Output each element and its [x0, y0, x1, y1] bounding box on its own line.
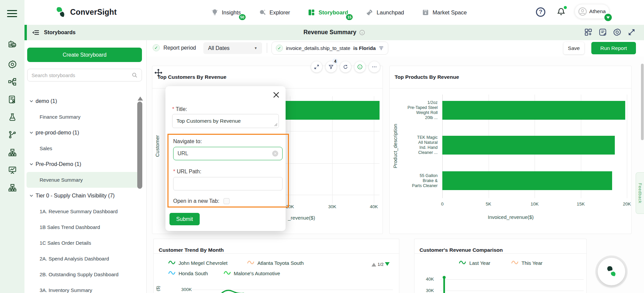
tab-launchpad[interactable]: Launchpad [365, 8, 404, 16]
customers-xlabel: _revenue($) [288, 215, 315, 221]
org-icon[interactable] [8, 183, 17, 192]
tree-item-1a-revenue-summary-dashboard[interactable]: 1A. Revenue Summary Dashboard [24, 203, 141, 219]
sidebar-scrollbar[interactable] [137, 102, 142, 189]
feedback-tab[interactable]: Feedback [636, 172, 644, 214]
run-report-button[interactable]: Run Report [591, 42, 636, 54]
legend-item-last-year[interactable]: Last Year [459, 260, 490, 266]
tree-item-sales[interactable]: Sales [24, 140, 141, 156]
reset-widget-icon[interactable] [340, 61, 351, 72]
tab-storyboard[interactable]: Storyboard15 [307, 8, 348, 16]
funnel-icon[interactable] [379, 46, 384, 51]
tree-item-revenue-summary[interactable]: Revenue Summary [27, 172, 139, 188]
report-icon[interactable] [8, 95, 17, 104]
textarea-resize-grip[interactable] [274, 122, 278, 126]
conversight-logo[interactable]: ConverSight [54, 6, 117, 18]
expand-widget-icon[interactable] [311, 61, 322, 72]
search-input[interactable] [32, 72, 129, 78]
tab-label: Market Space [433, 9, 467, 16]
legend-page-up-icon[interactable] [371, 260, 376, 267]
check-icon[interactable]: ✓ [153, 44, 160, 51]
tree-label: 2B. Outstanding Supply Dashboard [40, 272, 118, 277]
branch-icon[interactable] [8, 130, 17, 139]
tree-item-1b-sales-trend-dashboard[interactable]: 1B Sales Trend Dashboard [24, 219, 141, 235]
tree-group-tier-0-supply-chain-visibility-7-[interactable]: Tier 0 - Supply Chain Visibility (7) [24, 188, 141, 203]
widget-move-handle-icon[interactable] [154, 68, 163, 77]
help-icon[interactable]: ? [536, 7, 545, 17]
add-widget-icon[interactable] [584, 28, 593, 37]
widget-title: Top Customers By Revenue [157, 74, 227, 80]
legend-item-this-year[interactable]: This Year [511, 260, 543, 266]
widget-top-products-by-revenue: Top Products By Revenue Product_descript… [389, 66, 632, 234]
title-input[interactable] [172, 114, 279, 128]
ship-to-state-filter-chip[interactable]: ✓ invoice_details.ship_to_state is Flori… [271, 42, 388, 55]
page-scrollbar[interactable] [641, 64, 644, 140]
tree-group-demo-1-[interactable]: demo (1) [24, 93, 141, 109]
settings-gear-icon[interactable] [613, 28, 622, 37]
check-icon[interactable]: ✓ [276, 45, 283, 52]
presentation-icon[interactable] [8, 165, 17, 175]
tab-badge: 50 [238, 13, 246, 21]
report-period-select[interactable]: All Dates ▼ [203, 42, 262, 54]
persona-icon[interactable] [8, 40, 17, 49]
submit-button[interactable]: Submit [169, 213, 200, 225]
url-path-input[interactable] [173, 177, 283, 190]
hierarchy-icon[interactable] [8, 148, 17, 157]
chevron-down-icon[interactable] [29, 162, 34, 166]
tree-item-2b-outstanding-supply-dashboard[interactable]: 2B. Outstanding Supply Dashboard [24, 267, 141, 282]
brand-name: ConverSight [70, 8, 117, 17]
hamburger-menu-icon[interactable] [7, 8, 17, 19]
tab-insights[interactable]: Insights50 [211, 8, 241, 16]
trend-ytick: 300K [181, 287, 192, 292]
lab-icon[interactable] [8, 113, 17, 122]
athena-chat-bubble[interactable] [598, 258, 625, 285]
top-navbar: ConverSight Insights50ExplorerStoryboard… [24, 0, 644, 25]
launchpad-icon [365, 8, 374, 16]
chevron-down-icon[interactable] [29, 193, 34, 198]
trend-ylabel: ($) [155, 286, 160, 291]
info-widget-icon[interactable] [354, 61, 365, 72]
clear-selection-icon[interactable]: ✕ [272, 151, 278, 157]
legend-item-malone-s-automotive[interactable]: Malone's Automotive [224, 270, 280, 276]
legend-item-john-megel-chevrolet[interactable]: John Megel Chevrolet [168, 260, 228, 266]
notes-icon[interactable] [598, 28, 607, 37]
line-series-icon [247, 260, 254, 266]
legend-item-honda-south[interactable]: Honda South [168, 270, 208, 276]
tab-market-space[interactable]: Market Space [422, 8, 467, 16]
chevron-down-icon[interactable] [29, 99, 34, 103]
chevron-down-icon[interactable] [29, 130, 34, 135]
legend-item-atlanta-toyota-south[interactable]: Atlanta Toyota South [247, 260, 304, 266]
products-plot: 05K10K15K20K [442, 96, 627, 197]
open-new-tab-checkbox[interactable] [224, 198, 230, 204]
more-widget-icon[interactable] [369, 61, 380, 72]
tab-explorer[interactable]: Explorer [258, 8, 290, 16]
tree-item-2a-spend-analysis-dashboard[interactable]: 2A. Spend Analysis Dashboard [24, 251, 141, 267]
navigate-to-select[interactable]: URL ✕ [173, 147, 283, 160]
line-series-icon [168, 260, 176, 266]
products-bar[interactable] [442, 101, 625, 120]
tree-item-3a-inventory-summary[interactable]: 3A. Inventory Summary [24, 282, 141, 293]
title-info-icon[interactable] [359, 30, 365, 36]
products-category-label: 1/2oz Pre-Taped Steel Weight Roll 20lb .… [392, 100, 438, 120]
tree-group-pre-prod-demo-1-[interactable]: pre-prod-demo (1) [24, 125, 141, 140]
sidebar-scroll-up-icon[interactable] [138, 94, 143, 101]
search-icon[interactable] [132, 72, 138, 78]
settings-icon[interactable] [8, 60, 17, 69]
close-icon[interactable] [272, 91, 280, 99]
notifications-bell-icon[interactable] [557, 7, 566, 17]
products-xtick: 0 [441, 201, 444, 207]
legend-label: Malone's Automotive [234, 271, 280, 276]
products-bar[interactable] [442, 171, 612, 190]
fullscreen-icon[interactable] [627, 28, 636, 37]
filter-widget-icon[interactable]: 4 [326, 61, 337, 72]
url-path-label: URL Path: [173, 169, 201, 175]
tree-label: Pre-Prod-Demo (1) [36, 161, 81, 167]
create-storyboard-button[interactable]: Create Storyboard [27, 48, 142, 62]
products-bar[interactable] [442, 136, 615, 155]
user-menu[interactable]: Athena [575, 4, 609, 19]
tree-group-pre-prod-demo-1-[interactable]: Pre-Prod-Demo (1) [24, 156, 141, 172]
flow-icon[interactable] [8, 77, 17, 86]
tree-item-1c-sales-order-details[interactable]: 1C Sales Order Details [24, 235, 141, 251]
tree-item-finance-summary[interactable]: Finance Summary [24, 109, 141, 125]
legend-page-down-icon[interactable] [385, 262, 390, 268]
save-button[interactable]: Save [563, 42, 584, 54]
